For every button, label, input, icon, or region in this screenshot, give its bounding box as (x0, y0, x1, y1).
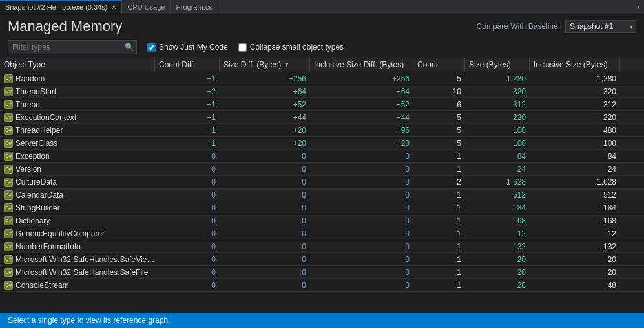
cell-count-diff: +2 (155, 87, 220, 96)
table-row[interactable]: C#Random+1+256+25651,2801,280 (0, 72, 644, 85)
cell-count: 1 (413, 255, 465, 264)
table-row[interactable]: C#StringBuilder0001184184 (0, 201, 644, 214)
cell-size: 1,628 (465, 178, 530, 187)
tab-bar: Snapshot #2 He...pp.exe (0.34s) ✕ CPU Us… (0, 0, 644, 14)
cell-count-diff: 0 (155, 242, 220, 251)
object-type-icon: C# (4, 126, 13, 135)
table-row[interactable]: C#ServerClass+1+20+205100100 (0, 137, 644, 150)
table-row[interactable]: C#Dictionary0001168168 (0, 214, 644, 227)
cell-size-diff: 0 (220, 281, 310, 290)
cell-size: 20 (465, 268, 530, 277)
cell-size-diff: 0 (220, 190, 310, 200)
table-row[interactable]: C#ConsoleStream00012848 (0, 279, 644, 292)
cell-inclusive-diff: 0 (310, 281, 413, 290)
cell-count: 1 (413, 190, 465, 200)
table-row[interactable]: C#GenericEqualityComparer00011212 (0, 227, 644, 240)
object-type-icon: C# (4, 216, 13, 225)
col-count-diff[interactable]: Count Diff. (155, 57, 220, 72)
cell-count: 1 (413, 152, 465, 161)
table-row[interactable]: C#Version00012424 (0, 163, 644, 176)
title-area: Managed Memory Compare With Baseline: Sn… (0, 14, 644, 37)
cell-size-diff: 0 (220, 216, 310, 225)
table-row[interactable]: C#ThreadStart+2+64+6410320320 (0, 85, 644, 98)
collapse-small-checkbox[interactable] (238, 43, 247, 52)
show-just-my-code-checkbox[interactable] (147, 43, 156, 52)
table-header: Object Type Count Diff. Size Diff. (Byte… (0, 57, 644, 72)
col-size[interactable]: Size (Bytes) (465, 57, 530, 72)
col-count[interactable]: Count (413, 57, 465, 72)
cell-inclusive-size: 100 (530, 139, 620, 148)
collapse-small-group[interactable]: Collapse small object types (238, 43, 344, 52)
cell-inclusive-diff: 0 (310, 165, 413, 174)
tab-snapshot2-close[interactable]: ✕ (111, 4, 116, 11)
cell-size-diff: 0 (220, 152, 310, 161)
cell-object-name: C#ExecutionContext (0, 113, 155, 122)
tab-overflow-arrow[interactable]: ▾ (632, 0, 644, 14)
cell-count-diff: 0 (155, 216, 220, 225)
cell-size: 184 (465, 203, 530, 212)
search-icon[interactable]: 🔍 (125, 43, 134, 52)
cell-count-diff: 0 (155, 165, 220, 174)
cell-size: 320 (465, 87, 530, 96)
table-row[interactable]: C#CultureData00021,6281,628 (0, 176, 644, 189)
cell-count: 1 (413, 165, 465, 174)
object-type-icon: C# (4, 113, 13, 122)
compare-label: Compare With Baseline: (477, 22, 560, 31)
cell-inclusive-diff: +44 (310, 113, 413, 122)
cell-count: 5 (413, 126, 465, 135)
col-object-type[interactable]: Object Type (0, 57, 155, 72)
cell-inclusive-diff: 0 (310, 242, 413, 251)
table-row[interactable]: C#Microsoft.Win32.SafeHandles.SafeVie…00… (0, 253, 644, 266)
cell-inclusive-diff: +96 (310, 126, 413, 135)
table-row[interactable]: C#Exception00018484 (0, 150, 644, 163)
cell-object-name: C#Microsoft.Win32.SafeHandles.SafeVie… (0, 255, 155, 264)
object-type-icon: C# (4, 74, 13, 83)
object-name-text: CultureData (16, 178, 57, 187)
table-row[interactable]: C#CalendarData0001512512 (0, 189, 644, 201)
cell-size: 512 (465, 190, 530, 200)
col-inclusive-size[interactable]: Inclusive Size (Bytes) (530, 57, 620, 72)
cell-inclusive-size: 168 (530, 216, 620, 225)
tab-cpu[interactable]: CPU Usage (122, 0, 171, 14)
cell-count: 1 (413, 216, 465, 225)
table-row[interactable]: C#Microsoft.Win32.SafeHandles.SafeFile00… (0, 266, 644, 279)
cell-inclusive-size: 20 (530, 268, 620, 277)
show-just-my-code-group[interactable]: Show Just My Code (147, 43, 228, 52)
cell-size-diff: 0 (220, 203, 310, 212)
col-inclusive-size-diff[interactable]: Inclusive Size Diff. (Bytes) (310, 57, 413, 72)
compare-select[interactable]: Snapshot #1 (565, 20, 636, 33)
cell-inclusive-diff: 0 (310, 268, 413, 277)
cell-count-diff: +1 (155, 74, 220, 83)
object-type-icon: C# (4, 268, 13, 277)
cell-object-name: C#StringBuilder (0, 203, 155, 212)
object-type-icon: C# (4, 178, 13, 187)
object-name-text: GenericEqualityComparer (16, 229, 105, 238)
cell-object-name: C#Random (0, 74, 155, 83)
tab-program[interactable]: Program.cs (171, 0, 218, 14)
cell-object-name: C#GenericEqualityComparer (0, 229, 155, 238)
cell-object-name: C#ThreadHelper (0, 126, 155, 135)
col-size-diff[interactable]: Size Diff. (Bytes) ▼ (220, 57, 310, 72)
cell-inclusive-size: 320 (530, 87, 620, 96)
cell-size-diff: 0 (220, 178, 310, 187)
cell-object-name: C#ThreadStart (0, 87, 155, 96)
cell-inclusive-size: 184 (530, 203, 620, 212)
cell-size-diff: +44 (220, 113, 310, 122)
cell-inclusive-size: 12 (530, 229, 620, 238)
table-row[interactable]: C#ThreadHelper+1+20+965100480 (0, 124, 644, 137)
object-name-text: ExecutionContext (16, 113, 76, 122)
table-row[interactable]: C#Thread+1+52+526312312 (0, 98, 644, 111)
object-type-icon: C# (4, 165, 13, 174)
cell-count-diff: +1 (155, 100, 220, 109)
table-row[interactable]: C#NumberFormatInfo0001132132 (0, 240, 644, 253)
cell-inclusive-diff: 0 (310, 152, 413, 161)
table-row[interactable]: C#ExecutionContext+1+44+445220220 (0, 111, 644, 124)
cell-object-name: C#Dictionary (0, 216, 155, 225)
cell-inclusive-size: 84 (530, 152, 620, 161)
tab-snapshot2[interactable]: Snapshot #2 He...pp.exe (0.34s) ✕ (0, 0, 122, 14)
object-type-icon: C# (4, 229, 13, 238)
search-input[interactable] (8, 40, 137, 54)
cell-inclusive-size: 132 (530, 242, 620, 251)
cell-size: 1,280 (465, 74, 530, 83)
cell-inclusive-size: 312 (530, 100, 620, 109)
